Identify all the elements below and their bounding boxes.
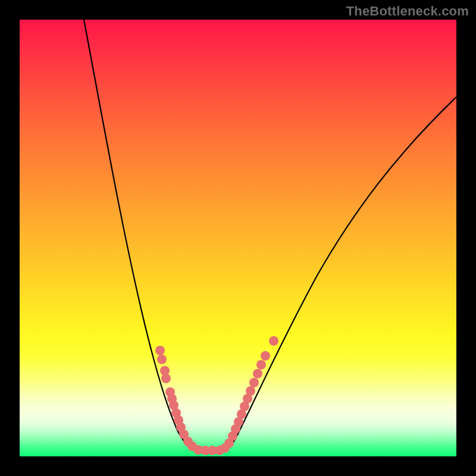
curve-left xyxy=(84,20,203,450)
curve-right xyxy=(221,97,456,450)
watermark-label: TheBottleneck.com xyxy=(346,4,469,19)
data-dot xyxy=(155,346,165,355)
data-dot xyxy=(157,355,167,364)
plot-area xyxy=(20,20,456,456)
data-dot xyxy=(256,360,266,369)
data-dot xyxy=(253,369,262,378)
data-dot xyxy=(269,336,278,346)
data-dot xyxy=(249,378,259,387)
data-dot xyxy=(261,351,270,361)
data-dot xyxy=(161,374,171,383)
data-dot xyxy=(246,386,255,396)
chart-svg xyxy=(20,20,456,456)
